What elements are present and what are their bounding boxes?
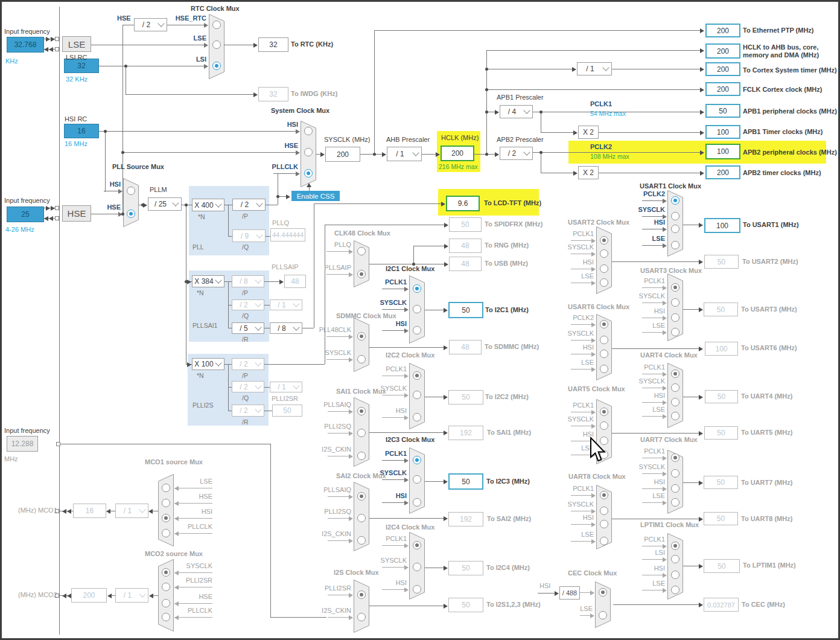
i2c2-hsi-radio[interactable] [413,413,421,421]
usart3-pclk1-radio[interactable] [671,283,679,292]
pllsai-n-select[interactable]: X 384 [192,275,224,287]
sys-hsi-radio[interactable] [304,127,313,135]
enable-css-button[interactable]: Enable CSS [291,191,340,201]
uart8-sysclk-radio[interactable] [600,507,608,515]
clk48-pllq-radio[interactable] [357,247,366,255]
sai2-pllsaiq-radio[interactable] [357,492,366,501]
mco1-hsi-radio[interactable] [162,514,170,522]
usart3-hsi-radio[interactable] [671,313,679,322]
i2c2-sysclk-radio[interactable] [413,391,421,399]
cec-lse-radio[interactable] [599,611,607,619]
lptim1-pclk1-radio[interactable] [671,542,679,550]
mco1-lse-radio[interactable] [162,484,170,492]
usart1-lse-radio[interactable] [671,241,679,249]
i2c2-pclk1-radio[interactable] [413,371,421,380]
i2c1-sysclk-radio[interactable] [413,305,421,313]
cec-in0-radio[interactable] [599,588,607,597]
apb1-timer-value-field[interactable]: 100 [705,125,740,139]
usart6-sysclk-radio[interactable] [600,336,608,344]
uart8-pclk1-radio[interactable] [600,491,608,499]
sdmmc-pll48clk-radio[interactable] [357,332,366,341]
ethernet-ptp-value-field[interactable]: 200 [705,24,740,37]
clk48-pllsaip-radio[interactable] [357,270,366,278]
hclk-ahb-value-field[interactable]: 200 [705,43,740,59]
uart5-pclk1-radio[interactable] [600,408,608,416]
i2s-i2s_ckin-radio[interactable] [357,613,366,621]
hse-frequency-field[interactable]: 25 [7,206,44,222]
rtc-lsi-radio[interactable] [212,62,221,70]
apb2-prescaler-select[interactable]: / 2 [500,147,533,160]
pllsai-r-select[interactable]: / 5 [232,322,264,334]
uart5-sysclk-radio[interactable] [600,421,608,430]
sai2-plli2sq-radio[interactable] [357,514,366,522]
usart2-lse-radio[interactable] [600,278,608,287]
lptim1-lsi-radio[interactable] [671,555,679,563]
usart1-hsi-radio[interactable] [671,225,679,233]
i2c4-hsi-radio[interactable] [413,585,421,594]
to-i2c1-value-field[interactable]: 50 [448,302,483,318]
mco2-plli2sr-radio[interactable] [162,583,170,591]
mco1-pllclk-radio[interactable] [162,529,170,537]
apb2-peripheral-value-field[interactable]: 100 [705,144,740,159]
usart6-lse-radio[interactable] [600,365,608,373]
i2c3-sysclk-radio[interactable] [413,475,421,484]
usart6-hsi-radio[interactable] [600,350,608,358]
plli2s-n-select[interactable]: X 100 [192,358,224,370]
lse-frequency-field[interactable]: 32.768 [7,37,44,53]
to-usart1-value-field[interactable]: 100 [704,218,740,233]
hsi-rc-field[interactable]: 16 [64,124,99,138]
rtc-lse-radio[interactable] [212,40,221,49]
apb2-timer-value-field[interactable]: 200 [705,165,740,179]
mco2-hse-radio[interactable] [162,599,170,607]
sai1-pllsaiq-radio[interactable] [357,407,366,415]
usart3-sysclk-radio[interactable] [671,298,679,307]
i2c3-pclk1-radio[interactable] [413,456,421,464]
pll-n-select[interactable]: X 400 [192,199,224,211]
usart1-pclk2-radio[interactable] [671,196,679,205]
to-lcd-tft-value-field[interactable]: 9.6 [446,196,480,211]
sdmmc-sysclk-radio[interactable] [357,355,366,363]
usart1-sysclk-radio[interactable] [671,212,679,220]
usart6-pclk2-radio[interactable] [600,320,608,328]
uart4-lse-radio[interactable] [671,412,679,420]
rtc-hse_rtc-radio[interactable] [212,21,221,29]
i2s-plli2sr-radio[interactable] [357,590,366,599]
pllsai-rdiv-select[interactable]: / 8 [270,322,302,334]
sysclk-value-field[interactable]: 200 [325,147,360,162]
pllm-select[interactable]: / 25 [148,197,182,211]
uart4-pclk1-radio[interactable] [671,370,679,378]
lptim1-lse-radio[interactable] [671,586,679,594]
mco2-sysclk-radio[interactable] [162,568,170,577]
mco1-hse-radio[interactable] [162,499,170,507]
i2c4-sysclk-radio[interactable] [413,563,421,571]
uart7-sysclk-radio[interactable] [671,469,679,478]
apb1-prescaler-select[interactable]: / 4 [500,105,533,118]
to-rtc-value-field[interactable]: 32 [258,37,288,52]
uart7-hsi-radio[interactable] [671,484,679,493]
cortex-prescaler-select[interactable]: / 1 [577,62,612,75]
i2c3-hsi-radio[interactable] [413,498,421,507]
cortex-timer-value-field[interactable]: 200 [705,62,740,76]
usart2-sysclk-radio[interactable] [600,249,608,258]
mco2-pllclk-radio[interactable] [162,613,170,621]
apb1-peripheral-value-field[interactable]: 50 [705,104,740,118]
sai1-plli2sq-radio[interactable] [357,429,366,437]
uart7-pclk1-radio[interactable] [671,453,679,462]
fclk-value-field[interactable]: 200 [705,82,740,96]
i2c1-pclk1-radio[interactable] [413,284,421,293]
pll-p-select[interactable]: / 2 [232,199,266,211]
pllsrc-hsi-radio[interactable] [127,187,135,195]
hclk-value-field[interactable]: 200 [441,146,474,161]
uart8-lse-radio[interactable] [600,537,608,545]
lptim1-hsi-radio[interactable] [671,571,679,579]
i2c4-pclk1-radio[interactable] [413,541,421,549]
uart4-hsi-radio[interactable] [671,398,679,406]
usart2-pclk1-radio[interactable] [600,236,608,245]
usart2-hsi-radio[interactable] [600,264,608,273]
pllsrc-hse-radio[interactable] [127,210,135,218]
uart8-hsi-radio[interactable] [600,520,608,528]
i2c1-hsi-radio[interactable] [413,326,421,334]
uart7-lse-radio[interactable] [671,498,679,507]
uart4-sysclk-radio[interactable] [671,383,679,392]
to-i2c3-value-field[interactable]: 50 [448,473,483,490]
